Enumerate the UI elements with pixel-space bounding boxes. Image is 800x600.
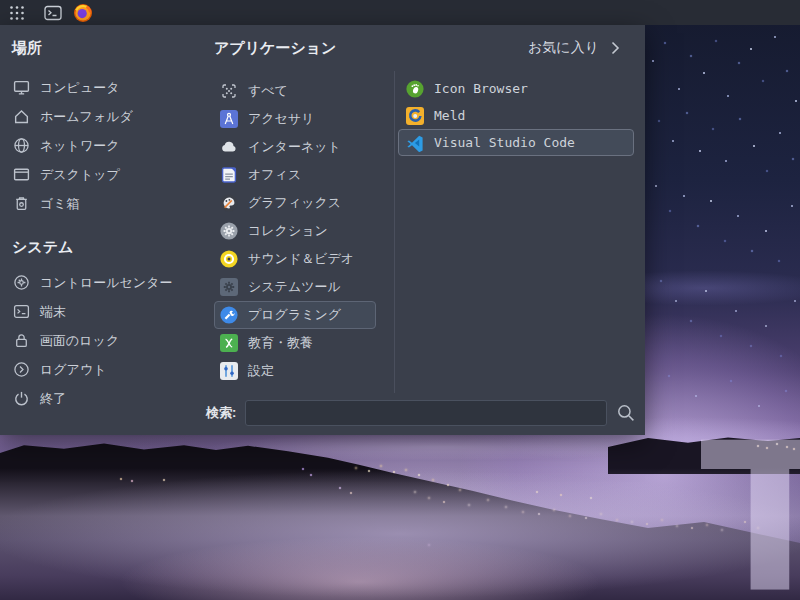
- category-programming[interactable]: プログラミング: [214, 301, 376, 329]
- category-accessories[interactable]: アクセサリ: [214, 105, 376, 133]
- applications-column: アプリケーション すべて アクセサリ: [214, 35, 394, 385]
- menu-item-trash[interactable]: ゴミ箱: [10, 189, 206, 218]
- category-office[interactable]: オフィス: [214, 161, 376, 189]
- search-bar: 検索:: [0, 398, 645, 428]
- cloud-icon: [220, 138, 238, 156]
- category-label: システムツール: [248, 278, 341, 296]
- wallpaper-letter-t: T: [700, 443, 800, 597]
- menu-grid-icon[interactable]: [2, 0, 32, 25]
- home-icon: [13, 108, 30, 125]
- menu-item-label: デスクトップ: [40, 166, 120, 184]
- favorites-link[interactable]: お気に入り: [398, 37, 620, 59]
- menu-item-label: 端末: [40, 303, 66, 321]
- category-internet[interactable]: インターネット: [214, 133, 376, 161]
- menu-item-control-center[interactable]: コントロールセンター: [10, 268, 206, 297]
- menu-item-label: ネットワーク: [40, 137, 120, 155]
- lock-icon: [13, 332, 30, 349]
- category-label: インターネット: [248, 138, 341, 156]
- favorites-label: お気に入り: [528, 39, 599, 57]
- document-icon: [220, 166, 238, 184]
- app-item-icon-browser[interactable]: Icon Browser: [398, 75, 634, 102]
- computer-icon: [13, 79, 30, 96]
- applications-header: アプリケーション: [214, 35, 394, 61]
- category-label: 設定: [248, 362, 274, 380]
- system-tools-gear-icon: [220, 278, 238, 296]
- app-list-column: お気に入り Icon Browser Meld: [398, 35, 638, 156]
- terminal-launcher-icon[interactable]: [40, 0, 66, 25]
- menu-item-label: コンピュータ: [40, 79, 120, 97]
- category-graphics[interactable]: グラフィックス: [214, 189, 376, 217]
- category-label: グラフィックス: [248, 194, 341, 212]
- all-apps-icon: [220, 82, 238, 100]
- logout-icon: [13, 361, 30, 378]
- app-label: Meld: [434, 108, 465, 123]
- category-label: 教育・教養: [248, 334, 313, 352]
- search-icon[interactable]: [616, 403, 636, 423]
- desktop-window-icon: [13, 166, 30, 183]
- category-system-tools[interactable]: システムツール: [214, 273, 376, 301]
- category-sound-video[interactable]: サウンド＆ビデオ: [214, 245, 376, 273]
- menu-item-label: ログアウト: [40, 361, 107, 379]
- category-label: すべて: [248, 82, 288, 100]
- chevron-right-icon: [611, 41, 620, 55]
- menu-item-computer[interactable]: コンピュータ: [10, 73, 206, 102]
- category-label: サウンド＆ビデオ: [248, 250, 354, 268]
- palette-icon: [220, 194, 238, 212]
- menu-item-logout[interactable]: ログアウト: [10, 355, 206, 384]
- firefox-icon[interactable]: [70, 0, 96, 25]
- menu-item-network[interactable]: ネットワーク: [10, 131, 206, 160]
- control-center-icon: [13, 274, 30, 291]
- terminal-icon: [13, 303, 30, 320]
- menu-item-label: 画面のロック: [40, 332, 119, 350]
- icon-browser-icon: [406, 80, 424, 98]
- menu-item-home-folder[interactable]: ホームフォルダ: [10, 102, 206, 131]
- category-label: プログラミング: [248, 306, 341, 324]
- places-header: 場所: [10, 35, 206, 61]
- programming-tool-icon: [220, 306, 238, 324]
- meld-icon: [406, 107, 424, 125]
- settings-sliders-icon: [220, 362, 238, 380]
- app-label: Visual Studio Code: [434, 135, 575, 150]
- main-menu: 場所 コンピュータ ホームフォルダ ネットワーク: [0, 25, 645, 435]
- menu-item-terminal[interactable]: 端末: [10, 297, 206, 326]
- menu-item-label: ホームフォルダ: [40, 108, 133, 126]
- accessories-icon: [220, 110, 238, 128]
- menu-item-label: コントロールセンター: [40, 274, 172, 292]
- app-item-meld[interactable]: Meld: [398, 102, 634, 129]
- search-input[interactable]: [245, 400, 607, 426]
- vscode-icon: [406, 134, 424, 152]
- category-label: コレクション: [248, 222, 328, 240]
- category-education[interactable]: 教育・教養: [214, 329, 376, 357]
- category-label: オフィス: [248, 166, 301, 184]
- category-collection[interactable]: コレクション: [214, 217, 376, 245]
- category-all[interactable]: すべて: [214, 77, 376, 105]
- app-label: Icon Browser: [434, 81, 528, 96]
- system-header: システム: [10, 234, 206, 258]
- topbar: [0, 0, 800, 25]
- column-divider: [394, 71, 395, 393]
- category-label: アクセサリ: [248, 110, 315, 128]
- search-label: 検索:: [206, 404, 236, 422]
- education-icon: [220, 334, 238, 352]
- sound-video-icon: [220, 250, 238, 268]
- trash-icon: [13, 195, 30, 212]
- desktop: T: [0, 0, 800, 600]
- category-settings[interactable]: 設定: [214, 357, 376, 385]
- network-globe-icon: [13, 137, 30, 154]
- app-item-visual-studio-code[interactable]: Visual Studio Code: [398, 129, 634, 156]
- menu-item-desktop[interactable]: デスクトップ: [10, 160, 206, 189]
- collection-gear-icon: [220, 222, 238, 240]
- places-system-column: 場所 コンピュータ ホームフォルダ ネットワーク: [10, 35, 206, 413]
- menu-item-lock-screen[interactable]: 画面のロック: [10, 326, 206, 355]
- menu-item-label: ゴミ箱: [40, 195, 80, 213]
